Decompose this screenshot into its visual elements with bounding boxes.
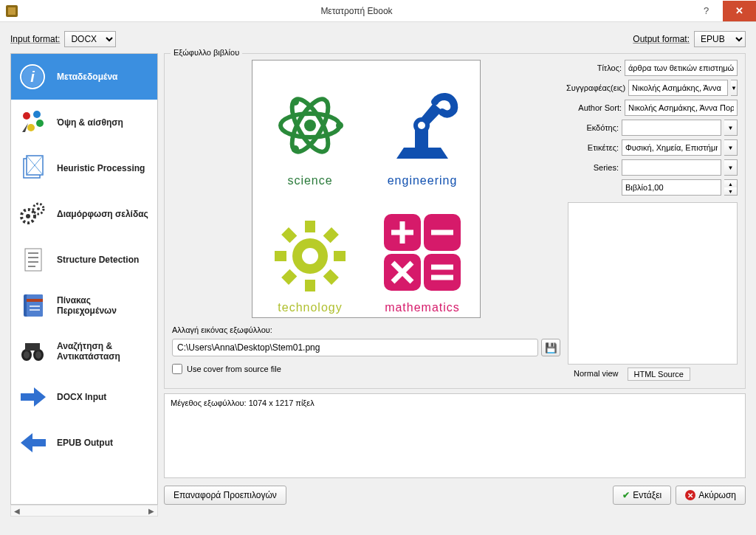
disk-icon: 💾 [545,342,557,353]
title-field[interactable] [625,60,738,76]
tab-normal-view[interactable]: Normal view [568,367,625,381]
input-format-select[interactable]: DOCX [64,31,116,47]
palette-icon [17,108,48,137]
sidebar-item-heuristic[interactable]: Heuristic Processing [11,145,157,191]
sidebar-item-page-setup[interactable]: Διαμόρφωση σελίδας [11,191,157,237]
svg-point-26 [24,351,30,359]
browse-button[interactable]: 💾 [541,339,560,356]
sidebar-item-toc[interactable]: Πίνακας Περιεχομένων [11,283,157,328]
sidebar-hscroll[interactable]: ◀ ▶ [10,505,158,517]
book-number-up[interactable]: ▲ [724,180,737,187]
output-format-select[interactable]: EPUB [694,31,746,47]
log-line: Μέγεθος εξωφύλλου: 1074 x 1217 πίξελ [171,398,739,407]
format-row: Input format: DOCX Output format: EPUB [0,22,756,53]
atom-icon [269,89,351,170]
authors-dropdown[interactable]: ▼ [731,80,738,96]
svg-point-6 [36,120,44,127]
cancel-button[interactable]: ✕Ακύρωση [676,486,746,505]
svg-rect-47 [323,269,339,285]
sidebar-item-label: EPUB Output [57,438,113,448]
cover-path-input[interactable] [172,339,538,356]
authors-label: Συγγραφέας(εις) [566,83,625,92]
sidebar-item-epub-output[interactable]: EPUB Output [11,420,157,466]
use-source-cover-checkbox[interactable] [172,364,182,374]
svg-point-35 [292,145,299,153]
sidebar: i Μεταδεδομένα Όψη & αίσθηση Heuristic P… [10,53,158,505]
app-icon [6,5,18,17]
svg-rect-43 [334,251,346,261]
use-source-cover-label: Use cover from source file [187,365,281,373]
sidebar-item-docx-input[interactable]: DOCX Input [11,374,157,420]
sidebar-item-look-feel[interactable]: Όψη & αίσθηση [11,100,157,145]
gears-icon [17,200,48,228]
tags-label: Ετικέτες: [588,143,619,152]
sidebar-item-label: Όψη & αίσθηση [57,117,123,128]
info-icon: i [17,63,48,91]
scroll-right-icon[interactable]: ▶ [145,505,157,516]
gear-icon [269,215,351,297]
tags-field[interactable] [622,139,721,156]
cover-change-label: Αλλαγή εικόνας εξωφύλλου: [172,325,560,334]
publisher-dropdown[interactable]: ▼ [724,120,738,136]
log-area: Μέγεθος εξωφύλλου: 1074 x 1217 πίξελ [164,393,746,478]
sidebar-item-label: DOCX Input [57,392,106,402]
tags-dropdown[interactable]: ▼ [724,139,738,156]
sidebar-item-search-replace[interactable]: Αναζήτηση & Αντικατάσταση [11,328,157,374]
window-title: Μετατροπή Ebook [24,6,690,16]
svg-rect-45 [281,269,297,285]
svg-point-33 [336,122,343,129]
notebook-icon [17,291,48,320]
svg-point-39 [302,248,318,264]
ok-button[interactable]: ✔Εντάξει [613,486,671,505]
svg-rect-41 [305,280,315,291]
svg-point-34 [292,98,299,106]
series-field[interactable] [622,159,721,176]
svg-rect-40 [305,221,315,232]
author-sort-label: Author Sort: [578,103,622,112]
svg-rect-21 [27,299,43,302]
authors-field[interactable] [628,80,728,96]
book-number-field[interactable] [622,179,721,196]
sidebar-item-label: Πίνακας Περιεχομένων [57,295,151,317]
tab-html-source[interactable]: HTML Source [628,367,690,381]
scroll-left-icon[interactable]: ◀ [11,505,23,516]
arrow-right-icon [17,383,48,411]
output-format-label: Output format: [633,34,690,44]
close-button[interactable]: ✕ [723,1,756,21]
description-area[interactable] [568,202,738,365]
svg-text:i: i [30,69,35,85]
svg-point-27 [35,351,41,359]
math-icon [378,208,467,297]
help-button[interactable]: ? [690,1,723,21]
sidebar-item-metadata[interactable]: i Μεταδεδομένα [11,54,157,100]
author-sort-field[interactable] [625,100,738,116]
sidebar-item-structure[interactable]: Structure Detection [11,237,157,283]
svg-rect-14 [25,249,41,271]
svg-point-32 [304,120,316,131]
check-icon: ✔ [622,490,630,500]
document-icon [17,246,48,274]
svg-point-7 [27,124,35,131]
cover-preview: science engineering technology math [252,60,481,318]
restore-defaults-button[interactable]: Επαναφορά Προεπιλογών [164,486,286,505]
svg-rect-46 [281,227,297,243]
sidebar-item-label: Μεταδεδομένα [57,72,117,82]
svg-point-5 [33,111,41,118]
cancel-icon: ✕ [685,490,695,500]
sidebar-item-label: Heuristic Processing [57,163,145,173]
input-format-label: Input format: [10,34,60,44]
arrow-left-icon [17,429,48,457]
book-number-down[interactable]: ▼ [724,187,737,195]
sidebar-item-label: Διαμόρφωση σελίδας [57,209,148,219]
series-dropdown[interactable]: ▼ [724,159,738,176]
publisher-field[interactable] [622,120,721,136]
svg-point-13 [37,207,40,210]
svg-rect-42 [275,251,286,261]
sidebar-item-label: Αναζήτηση & Αντικατάσταση [57,341,151,362]
svg-rect-51 [424,254,461,291]
svg-point-37 [416,120,427,131]
publisher-label: Εκδότης: [586,123,619,132]
svg-rect-0 [8,7,16,15]
svg-rect-28 [25,343,40,351]
svg-rect-44 [323,227,339,243]
